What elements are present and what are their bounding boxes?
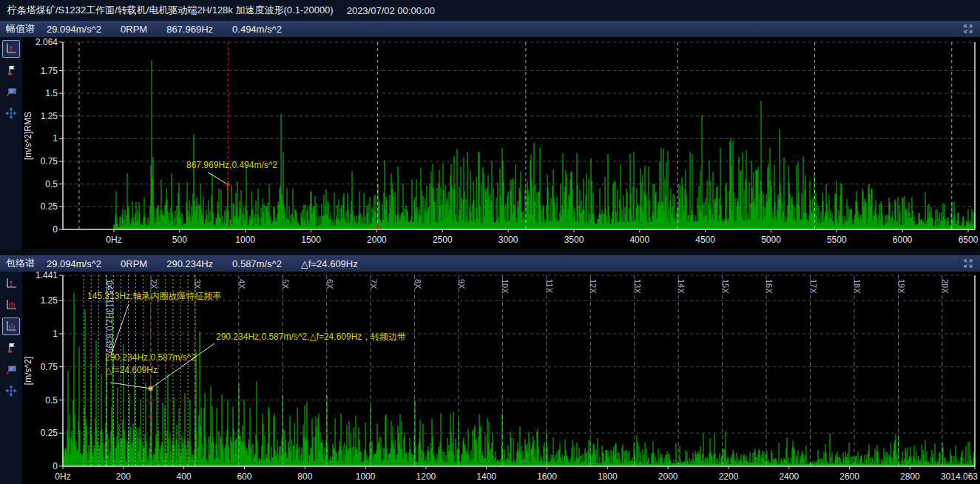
stat-value: 290.234Hz — [166, 258, 213, 269]
x-tick-label: 1000 — [356, 471, 376, 482]
tool-harmonic-cursor[interactable] — [2, 296, 20, 314]
x-tick-label: 0Hz — [106, 235, 121, 245]
envelope-spectrum-panel: 包络谱 29.094m/s^20RPM290.234Hz0.587m/s^2△f… — [0, 255, 980, 484]
x-tick-label: 1500 — [301, 235, 321, 245]
harmonic-label: 18X — [853, 279, 862, 294]
tool-single-cursor[interactable] — [2, 275, 20, 292]
harmonic-label: 17X — [809, 279, 818, 294]
envelope-spectrum-chart[interactable]: 1X2X3X4X5X6X7X8X9X10X11X12X13X14X15X16X1… — [0, 272, 980, 484]
harmonic-label: 6X — [325, 279, 334, 289]
x-tick-label: 2600 — [839, 471, 859, 482]
harmonic-label: 14X — [677, 279, 686, 294]
x-tick-label: 3000 — [499, 235, 518, 245]
y-tick-label: 1.25 — [41, 111, 58, 121]
x-tick-label: 5000 — [761, 235, 781, 245]
label-note-icon — [5, 363, 17, 375]
tool-single-cursor[interactable] — [2, 40, 20, 58]
x-tick-label: 2400 — [779, 471, 799, 482]
y-axis-title: [m/s^2] — [23, 357, 33, 385]
tool-move-pan[interactable] — [2, 104, 20, 122]
harmonic-label: 12X — [589, 279, 598, 294]
x-tick-label: 1600 — [537, 471, 557, 482]
annotation-leader — [110, 383, 151, 389]
x-tick-label: 5500 — [827, 235, 847, 245]
move-pan-icon — [5, 107, 17, 119]
stat-value: 0.587m/s^2 — [232, 258, 282, 269]
expand-button[interactable] — [962, 258, 974, 269]
x-tick-label: 2200 — [719, 471, 739, 482]
harmonic-label: 10X — [501, 279, 510, 294]
x-tick-label: 200 — [116, 471, 131, 482]
x-tick-label: 2800 — [900, 471, 920, 482]
label-note-icon — [5, 86, 17, 98]
expand-icon — [962, 258, 974, 269]
envelope-spectrum-trace — [63, 293, 975, 467]
harmonic-label: 7X — [369, 279, 378, 289]
measurement-datetime: 2023/07/02 00:00:00 — [347, 5, 435, 16]
tool-move-pan[interactable] — [2, 382, 20, 400]
y-tick-label: 0.25 — [41, 428, 58, 438]
amplitude-spectrum-panel: 幅值谱 29.094m/s^20RPM867.969Hz0.494m/s^2 2… — [0, 21, 980, 249]
harmonic-label: 8X — [413, 279, 422, 289]
measurement-path-title: 柠条塔煤矿/S1232工作面/转载机/电机驱动端2H/128k 加速度波形(0.… — [7, 4, 334, 17]
x-tick-label: 2000 — [367, 235, 387, 245]
x-tick-label: 600 — [237, 471, 251, 482]
harmonic-label: 3X — [193, 279, 202, 289]
harmonic-cursor-icon — [5, 299, 17, 311]
harmonic-label: 4X — [237, 279, 246, 289]
stat-value: 0RPM — [121, 24, 147, 35]
stat-value: 0.494m/s^2 — [232, 24, 282, 35]
x-tick-label: 2500 — [433, 235, 453, 245]
y-tick-label: 1.441 — [36, 272, 58, 280]
move-pan-icon — [5, 385, 17, 397]
cursor-point-marker — [226, 183, 230, 186]
amplitude-toolbar — [0, 37, 22, 249]
y-tick-label: 0.75 — [41, 362, 58, 372]
y-axis-title: [m/s^2]RMS — [23, 112, 33, 160]
tool-label-note[interactable] — [2, 360, 20, 378]
x-tick-label: 800 — [297, 471, 312, 482]
y-tick-label: 0 — [53, 224, 58, 235]
title-bar: 柠条塔煤矿/S1232工作面/转载机/电机驱动端2H/128k 加速度波形(0.… — [0, 0, 980, 21]
amplitude-spectrum-chart[interactable]: 2.0641.751.51.2510.750.50.2500Hz50010001… — [0, 37, 980, 249]
cursor-point-marker — [149, 386, 153, 391]
y-tick-label: 0 — [53, 461, 58, 471]
x-tick-label: 4000 — [629, 235, 649, 245]
harmonic-label: 13X — [633, 279, 642, 294]
envelope-panel-header: 包络谱 29.094m/s^20RPM290.234Hz0.587m/s^2△f… — [0, 255, 980, 272]
amplitude-header-stats: 29.094m/s^20RPM867.969Hz0.494m/s^2 — [47, 24, 301, 35]
y-tick-label: 0.25 — [41, 201, 58, 212]
flag-marker-icon — [5, 342, 17, 354]
sideband-annotation: 290.234Hz,0.587m/s^2,△f=24.609Hz，转频边带 — [216, 332, 406, 342]
x-tick-label: 2000 — [658, 471, 678, 482]
tool-sideband-cursor[interactable] — [2, 317, 20, 335]
stat-value: 0RPM — [121, 258, 147, 269]
harmonic-label: 20X — [941, 279, 950, 294]
x-tick-label: 500 — [172, 235, 187, 245]
x-tick-label: 3500 — [564, 235, 584, 245]
annotation-leader — [208, 172, 228, 184]
tool-label-note[interactable] — [2, 83, 20, 101]
x-tick-label: 4500 — [695, 235, 715, 245]
cursor-tick-marker — [149, 415, 152, 417]
flag-marker-icon — [5, 64, 17, 76]
stat-value: △f=24.609Hz — [301, 258, 358, 269]
y-tick-label: 1 — [53, 133, 58, 144]
x-tick-label: 6500 — [959, 235, 979, 245]
tool-flag-marker[interactable] — [2, 61, 20, 79]
expand-button[interactable] — [962, 23, 974, 35]
x-tick-label: 1800 — [598, 471, 618, 482]
envelope-chart-area: 1X2X3X4X5X6X7X8X9X10X11X12X13X14X15X16X1… — [0, 272, 980, 484]
expand-icon — [962, 23, 974, 35]
sideband-cursor-icon — [5, 320, 17, 332]
fault-frequency-annotation: 145.313Hz;轴承内圈故障特征频率 — [87, 291, 221, 301]
x-tick-label: 0Hz — [55, 471, 70, 482]
harmonic-label: 5X — [281, 279, 290, 289]
y-tick-label: 2.064 — [36, 37, 58, 47]
x-tick-label: 1000 — [235, 235, 255, 245]
amplitude-spectrum-trace — [114, 61, 975, 229]
y-tick-label: 1.75 — [41, 66, 58, 76]
stat-value: 29.094m/s^2 — [47, 24, 101, 35]
x-tick-label: 400 — [177, 471, 192, 482]
tool-flag-marker[interactable] — [2, 339, 20, 357]
